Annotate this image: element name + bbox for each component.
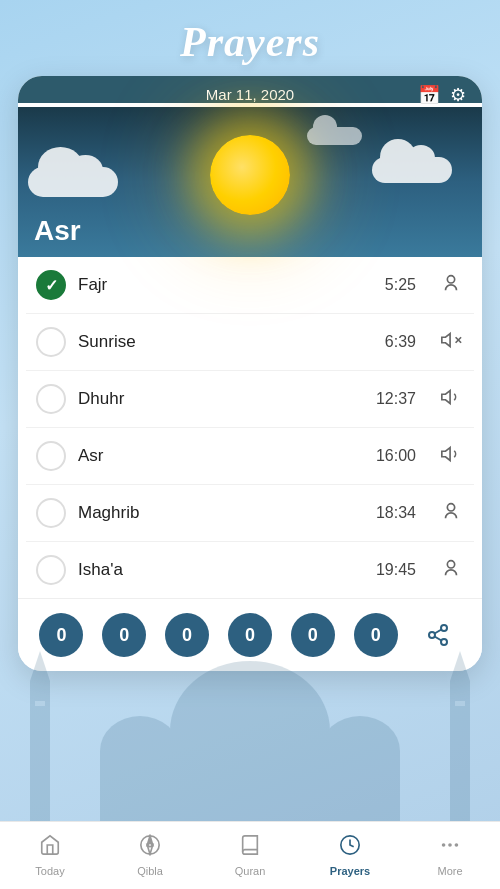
cloud-right (372, 157, 452, 183)
page-title: Prayers (0, 0, 500, 66)
current-prayer-label: Asr (34, 215, 81, 247)
counter-3[interactable]: 0 (165, 613, 209, 657)
prayer-list: Fajr 5:25 Sunrise 6:39 (18, 257, 482, 598)
prayer-check-ishaa[interactable] (36, 555, 66, 585)
svg-point-15 (447, 503, 454, 510)
nav-item-today[interactable]: Today (0, 828, 100, 883)
prayer-name-ishaa: Isha'a (78, 560, 364, 580)
prayer-row-fajr: Fajr 5:25 (26, 257, 474, 314)
prayer-check-asr[interactable] (36, 441, 66, 471)
nav-label-more: More (437, 865, 462, 877)
prayer-time-maghrib: 18:34 (376, 504, 416, 522)
prayer-time-ishaa: 19:45 (376, 561, 416, 579)
prayers-icon (339, 834, 361, 862)
prayer-row-asr: Asr 16:00 (26, 428, 474, 485)
prayer-name-dhuhr: Dhuhr (78, 389, 364, 409)
svg-line-20 (435, 637, 442, 641)
prayer-check-maghrib[interactable] (36, 498, 66, 528)
prayer-row-dhuhr: Dhuhr 12:37 (26, 371, 474, 428)
svg-marker-24 (147, 845, 153, 854)
svg-marker-23 (147, 836, 153, 845)
prayer-time-dhuhr: 12:37 (376, 390, 416, 408)
counter-5[interactable]: 0 (291, 613, 335, 657)
nav-label-prayers: Prayers (330, 865, 370, 877)
header-top: Mar 11, 2020 📅 ⚙ (34, 86, 466, 103)
settings-icon[interactable]: ⚙ (450, 84, 466, 106)
prayer-name-asr: Asr (78, 446, 364, 466)
svg-point-18 (429, 632, 435, 638)
prayer-sound-asr[interactable] (438, 443, 464, 470)
svg-rect-2 (35, 701, 45, 706)
counter-6[interactable]: 0 (354, 613, 398, 657)
counter-1[interactable]: 0 (39, 613, 83, 657)
main-card: Mar 11, 2020 📅 ⚙ Asr Fajr 5:25 (18, 76, 482, 671)
card-header: Mar 11, 2020 📅 ⚙ (18, 76, 482, 103)
home-icon (39, 834, 61, 862)
prayer-row-maghrib: Maghrib 18:34 (26, 485, 474, 542)
svg-rect-5 (455, 701, 465, 706)
svg-point-19 (441, 639, 447, 645)
svg-line-21 (435, 630, 442, 634)
svg-point-27 (449, 844, 451, 846)
cloud-left (28, 167, 118, 197)
prayer-name-fajr: Fajr (78, 275, 373, 295)
svg-point-28 (456, 844, 458, 846)
header-icons: 📅 ⚙ (418, 84, 466, 106)
nav-item-qibla[interactable]: Qibla (100, 828, 200, 883)
svg-point-26 (443, 844, 445, 846)
svg-point-17 (441, 625, 447, 631)
nav-item-more[interactable]: More (400, 828, 500, 883)
svg-rect-9 (100, 751, 180, 821)
prayer-check-fajr[interactable] (36, 270, 66, 300)
nav-label-quran: Quran (235, 865, 266, 877)
svg-rect-3 (450, 681, 470, 821)
prayer-sound-maghrib[interactable] (438, 500, 464, 527)
prayer-sound-dhuhr[interactable] (438, 386, 464, 413)
sun (210, 135, 290, 215)
svg-rect-0 (30, 681, 50, 821)
svg-point-12 (447, 275, 454, 282)
share-button[interactable] (416, 613, 460, 657)
calendar-icon[interactable]: 📅 (418, 84, 440, 106)
prayer-time-asr: 16:00 (376, 447, 416, 465)
counter-4[interactable]: 0 (228, 613, 272, 657)
prayer-sound-fajr[interactable] (438, 272, 464, 299)
svg-point-6 (170, 661, 330, 801)
quran-icon (239, 834, 261, 862)
prayer-time-fajr: 5:25 (385, 276, 416, 294)
nav-item-prayers[interactable]: Prayers (300, 828, 400, 883)
prayer-sound-sunrise[interactable] (438, 329, 464, 356)
svg-point-10 (320, 716, 400, 786)
prayer-time-sunrise: 6:39 (385, 333, 416, 351)
svg-rect-11 (320, 751, 400, 821)
header-date: Mar 11, 2020 (206, 86, 294, 103)
svg-point-8 (100, 716, 180, 786)
counter-2[interactable]: 0 (102, 613, 146, 657)
prayer-check-sunrise[interactable] (36, 327, 66, 357)
nav-item-quran[interactable]: Quran (200, 828, 300, 883)
prayer-check-dhuhr[interactable] (36, 384, 66, 414)
svg-point-16 (447, 560, 454, 567)
sky-scene: Asr (18, 107, 482, 257)
bottom-nav: Today Qibla Quran Prayers (0, 821, 500, 889)
prayer-row-sunrise: Sunrise 6:39 (26, 314, 474, 371)
prayer-name-sunrise: Sunrise (78, 332, 373, 352)
cloud-top-right (307, 127, 362, 145)
prayer-name-maghrib: Maghrib (78, 503, 364, 523)
svg-rect-7 (170, 731, 330, 821)
counter-row: 0 0 0 0 0 0 (18, 598, 482, 671)
nav-label-qibla: Qibla (137, 865, 163, 877)
prayer-sound-ishaa[interactable] (438, 557, 464, 584)
more-icon (439, 834, 461, 862)
qibla-icon (139, 834, 161, 862)
prayer-row-ishaa: Isha'a 19:45 (26, 542, 474, 598)
nav-label-today: Today (35, 865, 64, 877)
